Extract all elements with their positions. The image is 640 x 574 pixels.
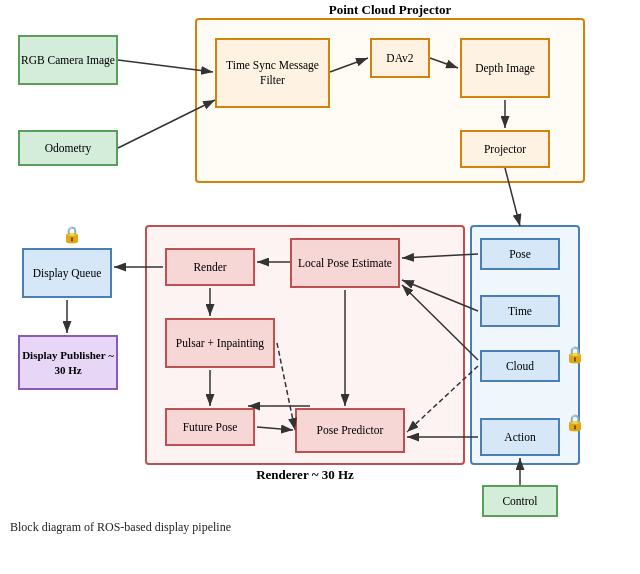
future-pose-box: Future Pose [165, 408, 255, 446]
display-publisher-box: Display Publisher ~ 30 Hz [18, 335, 118, 390]
lock1-icon: 🔒 [62, 225, 82, 244]
lock3-icon: 🔒 [565, 413, 585, 432]
pose-box: Pose [480, 238, 560, 270]
odometry-box: Odometry [18, 130, 118, 166]
action-box: Action [480, 418, 560, 456]
time-sync-box: Time Sync Message Filter [215, 38, 330, 108]
render-box: Render [165, 248, 255, 286]
pose-predictor-box: Pose Predictor [295, 408, 405, 453]
diagram-container: Point Cloud Projector Renderer ~ 30 Hz R… [0, 0, 640, 540]
lock2-icon: 🔒 [565, 345, 585, 364]
cloud-box: Cloud [480, 350, 560, 382]
control-box: Control [482, 485, 558, 517]
time-box: Time [480, 295, 560, 327]
local-pose-estimate-box: Local Pose Estimate [290, 238, 400, 288]
pulsar-inpainting-box: Pulsar + Inpainting [165, 318, 275, 368]
caption: Block diagram of ROS-based display pipel… [10, 520, 630, 535]
display-queue-box: Display Queue [22, 248, 112, 298]
depth-image-box: Depth Image [460, 38, 550, 98]
point-cloud-projector-label: Point Cloud Projector [329, 2, 452, 18]
rgb-camera-box: RGB Camera Image [18, 35, 118, 85]
projector-box: Projector [460, 130, 550, 168]
renderer-label: Renderer ~ 30 Hz [256, 467, 354, 483]
dav2-box: DAv2 [370, 38, 430, 78]
